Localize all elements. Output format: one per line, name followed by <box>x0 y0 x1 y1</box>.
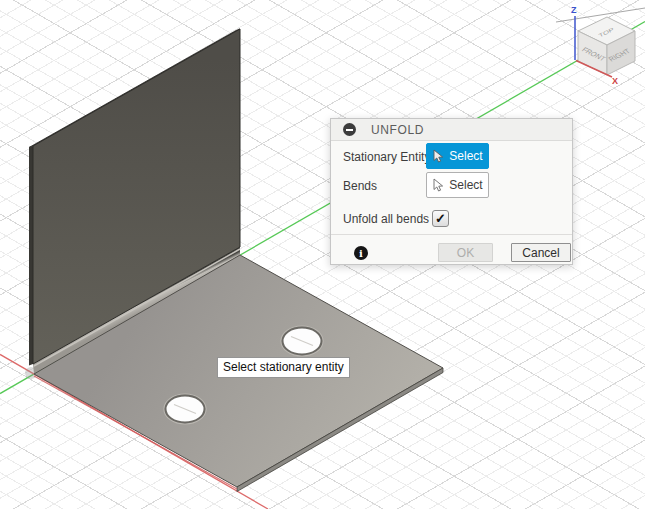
cursor-tooltip: Select stationary entity <box>217 357 350 378</box>
stationary-entity-select-button[interactable]: Select <box>426 143 489 169</box>
dialog-titlebar[interactable]: UNFOLD <box>331 119 572 141</box>
unfold-dialog[interactable]: UNFOLD Stationary Entity Select Bends Se… <box>330 118 573 265</box>
unfold-all-bends-checkbox[interactable]: ✓ <box>432 210 449 227</box>
wall-side-edge[interactable] <box>29 146 33 366</box>
select-button-label: Select <box>449 149 482 163</box>
unfold-all-bends-label: Unfold all bends <box>343 212 429 226</box>
info-icon[interactable]: i <box>354 246 368 260</box>
cursor-arrow-icon <box>432 149 445 163</box>
collapse-icon[interactable] <box>343 123 356 136</box>
bends-label: Bends <box>343 179 377 193</box>
stationary-entity-label: Stationary Entity <box>343 150 430 164</box>
viewcube-z-label: Z <box>571 5 577 15</box>
viewport[interactable]: Select stationary entity UNFOLD Stationa… <box>0 0 645 509</box>
hole-top-right[interactable] <box>281 326 323 356</box>
viewcube[interactable]: TOP FRONT RIGHT Z X <box>550 0 645 90</box>
dialog-title: UNFOLD <box>371 123 424 137</box>
ok-button[interactable]: OK <box>438 243 493 262</box>
dialog-separator <box>331 234 572 235</box>
viewcube-x-label: X <box>612 76 618 86</box>
cursor-arrow-icon <box>432 178 445 192</box>
info-glyph: i <box>359 248 363 259</box>
checkmark-icon: ✓ <box>435 211 446 226</box>
select-button-label: Select <box>449 178 482 192</box>
cancel-button[interactable]: Cancel <box>511 243 571 262</box>
bends-select-button[interactable]: Select <box>426 172 489 198</box>
hole-bottom-left[interactable] <box>164 394 206 424</box>
